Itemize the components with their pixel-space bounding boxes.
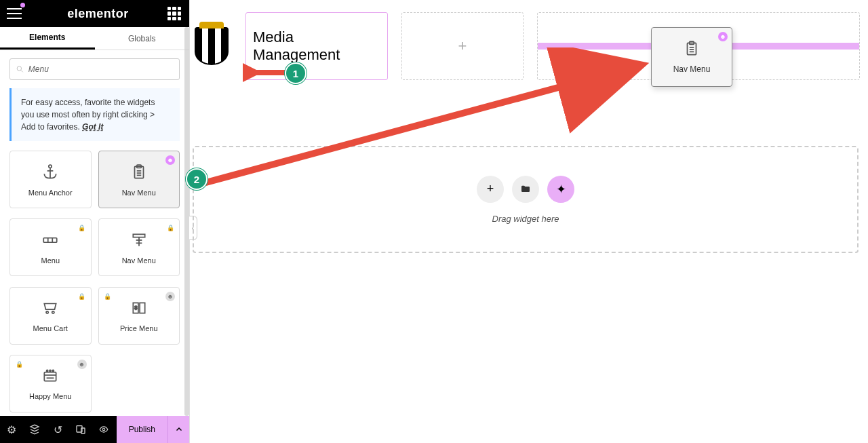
editor-canvas[interactable]: ‹ Media Management + ☻ Nav Menu + xyxy=(190,0,868,443)
pro-badge-icon: ☻ xyxy=(77,360,87,369)
widget-happy-menu[interactable]: 🔒 ☻ Happy Menu xyxy=(9,355,92,412)
search-icon xyxy=(16,64,24,74)
responsive-icon[interactable] xyxy=(69,416,92,443)
panel-footer: ⚙ ↺ Publish xyxy=(0,416,189,443)
tab-elements[interactable]: Elements xyxy=(0,27,95,50)
svg-line-37 xyxy=(203,66,636,183)
lock-icon: 🔒 xyxy=(77,223,87,233)
svg-point-30 xyxy=(102,428,105,431)
anchor-icon xyxy=(41,163,59,181)
dropzone-label: Drag widget here xyxy=(492,214,559,224)
widget-label: Menu Cart xyxy=(33,324,68,332)
clipboard-list-icon xyxy=(683,40,701,58)
svg-rect-20 xyxy=(140,303,145,313)
widget-label: Menu Anchor xyxy=(28,189,73,197)
svg-rect-13 xyxy=(133,234,144,237)
widget-nav-menu[interactable]: ☻ Nav Menu xyxy=(98,151,180,208)
widget-price-menu[interactable]: 🔒 ☻ $ Price Menu xyxy=(98,287,180,345)
happy-menu-icon xyxy=(41,367,59,385)
dragging-widget-preview: ☻ Nav Menu xyxy=(651,27,732,87)
lock-icon: 🔒 xyxy=(77,292,87,301)
svg-point-18 xyxy=(52,311,54,313)
brand-logo: elementor xyxy=(30,7,166,21)
apps-icon[interactable] xyxy=(166,5,182,22)
publish-options-button[interactable] xyxy=(167,416,189,443)
widget-label: Price Menu xyxy=(120,324,158,332)
svg-point-25 xyxy=(47,370,48,372)
widget-label: Nav Menu xyxy=(122,256,156,265)
publish-button[interactable]: Publish xyxy=(117,416,167,443)
widget-label: Nav Menu xyxy=(122,189,156,197)
svg-rect-22 xyxy=(45,372,56,381)
lock-icon: 🔒 xyxy=(14,360,24,369)
widget-menu[interactable]: 🔒 Menu xyxy=(9,218,92,276)
cart-icon xyxy=(41,299,59,317)
widget-label: Happy Menu xyxy=(29,392,71,400)
svg-text:$: $ xyxy=(134,305,137,310)
pro-badge-icon: ☻ xyxy=(165,155,175,165)
tab-globals[interactable]: Globals xyxy=(95,27,190,50)
tip-gotit-link[interactable]: Got It xyxy=(82,122,103,132)
clipboard-list-icon xyxy=(130,163,148,181)
preview-icon[interactable] xyxy=(92,416,115,443)
price-list-icon: $ xyxy=(130,299,148,317)
menu-bar-icon xyxy=(41,231,59,249)
nav-dropdown-icon xyxy=(130,231,148,249)
annotation-badge-1: 1 xyxy=(285,62,307,84)
svg-rect-10 xyxy=(44,238,58,243)
favorites-tip: For easy access, favorite the widgets yo… xyxy=(9,88,180,141)
pro-badge-icon: ☻ xyxy=(165,292,175,301)
widget-menu-cart[interactable]: 🔒 Menu Cart xyxy=(9,287,92,345)
svg-point-0 xyxy=(17,66,21,71)
settings-icon[interactable]: ⚙ xyxy=(0,416,23,443)
search-widget-input[interactable] xyxy=(28,64,174,74)
widget-grid: Menu Anchor ☻ Nav Menu 🔒 Menu 🔒 Nav Menu… xyxy=(0,151,189,416)
svg-point-2 xyxy=(49,165,52,168)
svg-line-1 xyxy=(21,71,23,73)
elements-panel: elementor Elements Globals For easy acce… xyxy=(0,0,190,443)
annotation-arrow-2 xyxy=(197,47,658,197)
panel-header: elementor xyxy=(0,0,189,27)
panel-scrollbar[interactable] xyxy=(184,27,189,416)
lock-icon: 🔒 xyxy=(103,292,113,301)
widget-label: Menu xyxy=(41,256,60,265)
search-widget-input-wrap[interactable] xyxy=(9,58,180,80)
svg-point-27 xyxy=(53,370,54,372)
history-icon[interactable]: ↺ xyxy=(46,416,69,443)
widget-nav-menu-2[interactable]: 🔒 Nav Menu xyxy=(98,218,180,276)
pro-badge-icon: ☻ xyxy=(718,32,728,41)
notification-dot-icon xyxy=(20,3,25,7)
menu-toggle-icon[interactable] xyxy=(7,8,22,19)
widget-menu-anchor[interactable]: Menu Anchor xyxy=(9,151,92,208)
svg-point-26 xyxy=(50,370,51,372)
dragging-widget-label: Nav Menu xyxy=(673,64,711,74)
annotation-badge-2: 2 xyxy=(186,168,208,190)
navigator-icon[interactable] xyxy=(23,416,46,443)
svg-point-17 xyxy=(46,311,48,313)
lock-icon: 🔒 xyxy=(165,223,175,233)
panel-tabs: Elements Globals xyxy=(0,27,189,50)
